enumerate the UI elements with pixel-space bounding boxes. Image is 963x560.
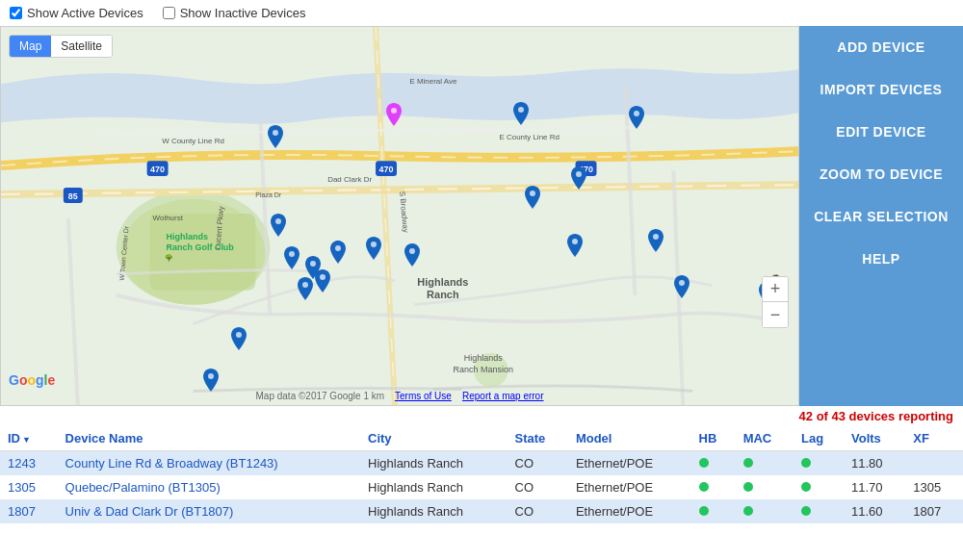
map-footer: Map data ©2017 Google 1 km Terms of Use … — [255, 391, 543, 401]
svg-text:Highlands: Highlands — [417, 276, 468, 288]
map-pin[interactable] — [231, 327, 247, 353]
row-state: CO — [508, 499, 568, 523]
svg-point-39 — [518, 107, 524, 113]
show-active-checkbox-label[interactable]: Show Active Devices — [10, 6, 143, 20]
map-pin[interactable] — [268, 125, 283, 151]
row-model: Ethernet/POE — [568, 451, 691, 476]
map-pin[interactable] — [284, 246, 299, 272]
sidebar-btn-clear-selection[interactable]: CLEAR SELECTION — [799, 195, 963, 238]
table-header: ID▼Device NameCityStateModelHBMACLagVolt… — [0, 426, 963, 451]
col-header-volts[interactable]: Volts — [844, 426, 905, 451]
map-pin[interactable] — [203, 369, 219, 395]
row-hb — [691, 475, 736, 499]
report-map-error-link[interactable]: Report a map error — [462, 391, 543, 401]
row-model: Ethernet/POE — [568, 499, 691, 523]
map-pin[interactable] — [629, 106, 644, 132]
table-row: 1807 Univ & Dad Clark Dr (BT1807) Highla… — [0, 499, 963, 523]
table-header-row: ID▼Device NameCityStateModelHBMACLagVolt… — [0, 426, 963, 451]
col-header-hb[interactable]: HB — [691, 426, 736, 451]
sidebar-btn-edit-device[interactable]: EDIT DEVICE — [799, 111, 963, 153]
map-pin[interactable] — [567, 234, 583, 260]
show-active-label: Show Active Devices — [27, 6, 143, 20]
show-inactive-checkbox-label[interactable]: Show Inactive Devices — [163, 6, 306, 20]
map-container[interactable]: 470 470 470 85 W County Line Rd E County… — [0, 26, 799, 406]
row-xf: 1807 — [905, 499, 963, 523]
show-inactive-checkbox[interactable] — [163, 7, 175, 19]
sidebar-btn-zoom-to-device[interactable]: ZOOM TO DEVICE — [799, 153, 963, 195]
row-id[interactable]: 1807 — [0, 499, 58, 523]
map-type-map-btn[interactable]: Map — [10, 36, 51, 57]
svg-text:W County Line Rd: W County Line Rd — [162, 137, 224, 145]
row-city: Highlands Ranch — [360, 475, 508, 499]
svg-text:470: 470 — [150, 165, 165, 174]
reporting-count: 42 of 43 devices reporting — [0, 406, 963, 426]
col-header-state[interactable]: State — [508, 426, 568, 451]
row-device-name[interactable]: County Line Rd & Broadway (BT1243) — [58, 451, 360, 476]
map-pin[interactable] — [298, 277, 313, 303]
col-header-city[interactable]: City — [360, 426, 508, 451]
col-header-device-name[interactable]: Device Name — [58, 426, 360, 451]
svg-point-49 — [409, 248, 415, 254]
col-header-lag[interactable]: Lag — [794, 426, 844, 451]
main-area: 470 470 470 85 W County Line Rd E County… — [0, 26, 963, 406]
zoom-controls: + − — [762, 276, 789, 328]
row-model: Ethernet/POE — [568, 475, 691, 499]
map-pin[interactable] — [674, 275, 690, 301]
row-state: CO — [508, 475, 568, 499]
sidebar-btn-import-devices[interactable]: IMPORT DEVICES — [799, 68, 963, 111]
row-lag — [794, 475, 844, 499]
row-xf — [905, 451, 963, 476]
col-header-xf[interactable]: XF — [905, 426, 963, 451]
sidebar-btn-add-device[interactable]: ADD DEVICE — [799, 26, 963, 68]
svg-point-41 — [391, 108, 397, 114]
row-mac — [736, 451, 794, 476]
svg-text:85: 85 — [68, 191, 78, 201]
zoom-in-button[interactable]: + — [763, 277, 788, 302]
zoom-out-button[interactable]: − — [763, 302, 788, 327]
svg-text:Ranch Mansion: Ranch Mansion — [454, 365, 513, 374]
sidebar-btn-help[interactable]: HELP — [799, 238, 963, 280]
svg-point-54 — [679, 280, 685, 286]
svg-point-40 — [634, 111, 639, 116]
row-device-name[interactable]: Univ & Dad Clark Dr (BT1807) — [58, 499, 360, 523]
map-pin[interactable] — [271, 214, 286, 240]
table-row: 1305 Quebec/Palamino (BT1305) Highlands … — [0, 475, 963, 499]
svg-point-38 — [273, 130, 278, 136]
row-lag — [794, 499, 844, 523]
svg-text:E County Line Rd: E County Line Rd — [499, 133, 559, 141]
google-logo: Google — [9, 372, 55, 388]
show-inactive-label: Show Inactive Devices — [180, 6, 306, 20]
row-hb — [691, 499, 736, 523]
svg-point-44 — [275, 218, 281, 224]
svg-text:Ranch: Ranch — [427, 289, 459, 300]
terms-of-use-link[interactable]: Terms of Use — [395, 391, 452, 401]
row-id[interactable]: 1243 — [0, 451, 58, 476]
svg-point-46 — [310, 261, 316, 267]
col-header-mac[interactable]: MAC — [736, 426, 794, 451]
col-header-id[interactable]: ID▼ — [0, 426, 58, 451]
col-header-model[interactable]: Model — [568, 426, 691, 451]
row-volts: 11.60 — [844, 499, 905, 523]
svg-text:Highlands: Highlands — [167, 232, 208, 242]
map-pin[interactable] — [513, 102, 529, 128]
svg-text:470: 470 — [379, 165, 394, 174]
map-pin[interactable] — [648, 229, 664, 255]
map-pin[interactable] — [386, 103, 402, 129]
map-pin[interactable] — [404, 243, 420, 269]
show-active-checkbox[interactable] — [10, 7, 22, 19]
row-device-name[interactable]: Quebec/Palamino (BT1305) — [58, 475, 360, 499]
map-pin[interactable] — [571, 166, 586, 192]
bottom-area: 42 of 43 devices reporting ID▼Device Nam… — [0, 406, 963, 523]
map-type-satellite-btn[interactable]: Satellite — [51, 36, 112, 57]
row-city: Highlands Ranch — [360, 499, 508, 523]
row-id[interactable]: 1305 — [0, 475, 58, 499]
map-pin[interactable] — [315, 269, 330, 295]
row-volts: 11.80 — [844, 451, 905, 476]
row-mac — [736, 475, 794, 499]
row-xf: 1305 — [905, 475, 963, 499]
map-pin[interactable] — [525, 186, 540, 212]
svg-text:E Mineral Ave: E Mineral Ave — [409, 77, 457, 86]
map-pin[interactable] — [330, 241, 346, 267]
svg-point-45 — [289, 251, 295, 257]
map-pin[interactable] — [366, 237, 381, 263]
